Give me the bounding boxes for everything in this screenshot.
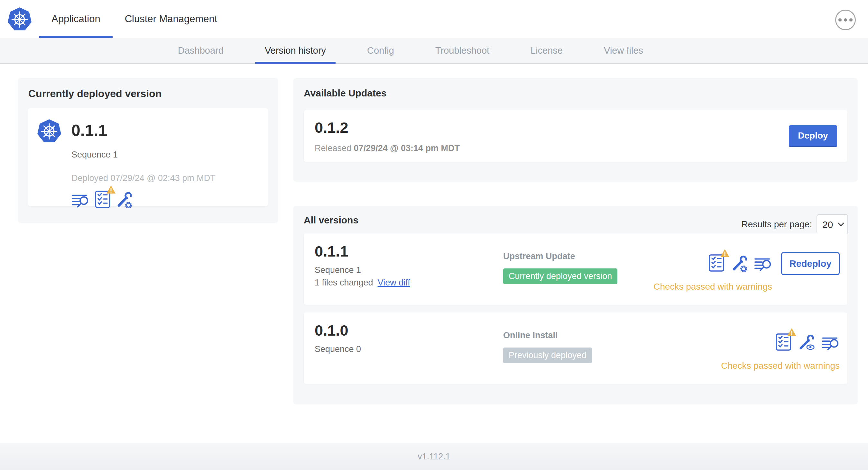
kots-admin-console: Application Cluster Management Dashboard… xyxy=(0,0,868,470)
row-sequence: Sequence 0 xyxy=(315,344,361,354)
preflight-status-text: Checks passed with warnings xyxy=(721,361,840,371)
results-per-page-label: Results per page: xyxy=(742,219,812,230)
warning-triangle-icon xyxy=(106,185,116,194)
row-source-label: Upstream Update xyxy=(503,251,617,261)
currently-deployed-card: Currently deployed version xyxy=(18,78,278,223)
results-per-page: Results per page: 20 xyxy=(742,214,848,235)
top-navbar: Application Cluster Management xyxy=(0,0,868,38)
results-per-page-select[interactable]: 20 xyxy=(816,214,848,235)
row-source-label: Online Install xyxy=(503,331,592,340)
update-version-number: 0.1.2 xyxy=(315,119,847,136)
release-notes-icon[interactable] xyxy=(822,336,840,351)
row-version-number: 0.1.0 xyxy=(315,322,361,339)
ellipsis-icon xyxy=(838,18,842,22)
tab-application[interactable]: Application xyxy=(39,0,113,38)
update-released-at: Released 07/29/24 @ 03:14 pm MDT xyxy=(315,143,847,153)
warning-triangle-icon xyxy=(720,249,730,258)
app-logo-icon xyxy=(36,117,62,145)
version-row-0-1-0: 0.1.0 Sequence 0 Online Install Previous… xyxy=(304,312,847,384)
app-subnav: Dashboard Version history Config Trouble… xyxy=(0,38,868,64)
preflight-checks-warning-icon[interactable] xyxy=(95,190,111,208)
release-notes-icon[interactable] xyxy=(71,194,89,208)
current-version-sequence: Sequence 1 xyxy=(71,150,216,160)
row-sequence: Sequence 1 xyxy=(315,265,410,275)
all-versions-card: All versions Results per page: 20 0.1.1 … xyxy=(293,206,858,404)
row-files-changed: 1 files changedView diff xyxy=(315,278,410,288)
currently-deployed-version-panel: 0.1.1 Sequence 1 Deployed 07/29/24 @ 02:… xyxy=(28,108,268,206)
row-version-number: 0.1.1 xyxy=(315,242,410,260)
tab-cluster-management[interactable]: Cluster Management xyxy=(113,0,230,38)
footer: v1.112.1 xyxy=(0,443,868,470)
primary-tabs: Application Cluster Management xyxy=(39,0,229,38)
version-row-0-1-1: 0.1.1 Sequence 1 1 files changedView dif… xyxy=(304,233,847,305)
subtab-dashboard[interactable]: Dashboard xyxy=(168,38,233,64)
redeploy-button[interactable]: Redeploy xyxy=(781,252,840,275)
preflight-checks-warning-icon[interactable] xyxy=(775,333,792,351)
preflight-checks-warning-icon[interactable] xyxy=(708,254,724,272)
console-version-text: v1.112.1 xyxy=(0,443,868,470)
status-badge-previously-deployed: Previously deployed xyxy=(503,347,592,363)
view-config-icon[interactable] xyxy=(798,334,815,351)
edit-config-icon[interactable] xyxy=(731,255,748,272)
subtab-view-files[interactable]: View files xyxy=(594,38,653,64)
release-notes-icon[interactable] xyxy=(754,257,772,272)
deploy-button[interactable]: Deploy xyxy=(789,125,837,147)
current-version-number: 0.1.1 xyxy=(71,118,216,143)
subtab-config[interactable]: Config xyxy=(358,38,404,64)
warning-triangle-icon xyxy=(787,328,797,337)
kubernetes-logo-icon xyxy=(6,5,33,33)
current-version-deployed-at: Deployed 07/29/24 @ 02:43 pm MDT xyxy=(71,173,216,183)
available-update-row: 0.1.2 Released 07/29/24 @ 03:14 pm MDT D… xyxy=(304,110,847,162)
preflight-status-text: Checks passed with warnings xyxy=(653,281,772,292)
edit-config-icon[interactable] xyxy=(116,192,132,208)
currently-deployed-title: Currently deployed version xyxy=(28,88,268,100)
status-badge-currently-deployed: Currently deployed version xyxy=(503,268,617,284)
subtab-version-history[interactable]: Version history xyxy=(255,38,336,64)
subtab-troubleshoot[interactable]: Troubleshoot xyxy=(426,38,499,64)
overflow-menu-button[interactable] xyxy=(835,10,856,30)
available-updates-card: Available Updates 0.1.2 Released 07/29/2… xyxy=(293,78,858,181)
available-updates-title: Available Updates xyxy=(304,88,847,99)
view-diff-link[interactable]: View diff xyxy=(378,278,410,288)
subtab-license[interactable]: License xyxy=(521,38,572,64)
